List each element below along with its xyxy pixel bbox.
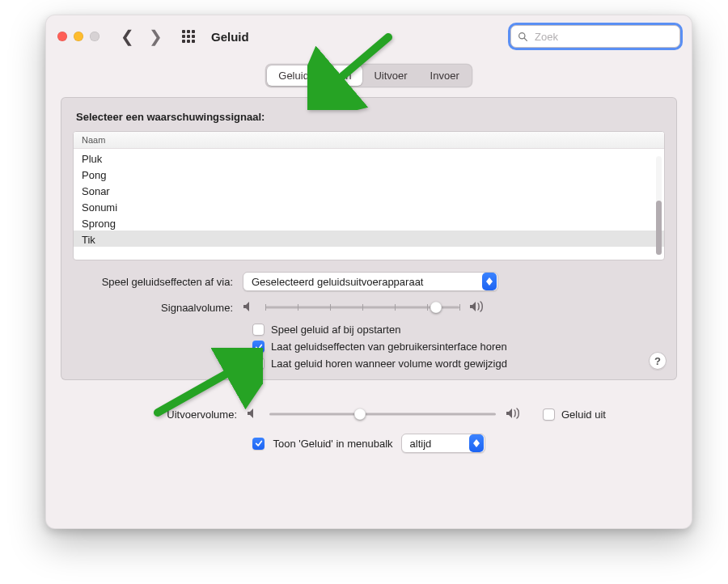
show-in-menubar-checkbox[interactable]	[252, 438, 265, 450]
svg-marker-5	[473, 443, 480, 447]
tabs-segmented: Geluidseffecten Uitvoer Invoer	[265, 64, 472, 87]
select-stepper-icon	[482, 273, 497, 290]
output-volume-label: Uitvoervolume:	[77, 408, 247, 421]
table-row[interactable]: Sonumi	[74, 198, 664, 214]
svg-marker-3	[486, 281, 493, 286]
column-header: Naam	[74, 132, 664, 149]
table-row[interactable]: Pluk	[74, 150, 664, 166]
show-in-menubar-label: Toon 'Geluid' in menubalk	[273, 438, 392, 450]
table-row[interactable]: Sonar	[74, 182, 664, 198]
slider-knob[interactable]	[354, 408, 366, 420]
speaker-high-icon	[506, 408, 522, 421]
speaker-low-icon	[247, 408, 260, 421]
table-body: Pluk Pong Sonar Sonumi Sprong Tik	[74, 150, 664, 260]
minimize-button[interactable]	[74, 32, 83, 41]
slider-knob[interactable]	[430, 302, 442, 313]
select-value: Geselecteerd geluidsuitvoerapparaat	[252, 276, 423, 288]
startup-sound-checkbox[interactable]	[252, 324, 265, 336]
checkbox-list: Speel geluid af bij opstarten Laat gelui…	[252, 324, 665, 370]
show-all-button[interactable]	[182, 30, 195, 43]
forward-button[interactable]: ❯	[149, 28, 163, 44]
play-via-label: Speel geluidseffecten af via:	[73, 276, 243, 288]
tabs-row: Geluidseffecten Uitvoer Invoer	[46, 57, 692, 97]
tab-input[interactable]: Invoer	[419, 66, 471, 86]
volume-feedback-checkbox[interactable]	[252, 358, 265, 370]
svg-line-1	[524, 38, 527, 40]
search-input[interactable]	[533, 30, 673, 44]
tab-sound-effects[interactable]: Geluidseffecten	[267, 66, 362, 86]
mute-checkbox[interactable]	[543, 408, 555, 421]
window-toolbar: ❮ ❯ Geluid	[46, 15, 692, 57]
speaker-low-icon	[243, 301, 256, 315]
sound-prefs-window: ❮ ❯ Geluid Geluidseffecten Uitvoer Invoe…	[45, 15, 692, 529]
startup-sound-label: Speel geluid af bij opstarten	[271, 324, 400, 336]
back-button[interactable]: ❮	[121, 28, 134, 44]
nav-buttons: ❮ ❯	[121, 28, 163, 44]
panel-title: Selecteer een waarschuwingssignaal:	[76, 111, 663, 123]
volume-feedback-label: Laat geluid horen wanneer volume wordt g…	[271, 358, 507, 370]
select-stepper-icon	[469, 434, 484, 452]
speaker-high-icon	[469, 301, 485, 315]
scrollbar[interactable]	[656, 156, 662, 255]
search-icon	[518, 32, 528, 42]
zoom-button[interactable]	[90, 32, 99, 41]
tab-output[interactable]: Uitvoer	[362, 66, 418, 86]
close-button[interactable]	[57, 32, 67, 41]
select-value: altijd	[410, 438, 432, 450]
scrollbar-thumb[interactable]	[656, 201, 662, 255]
table-row[interactable]: Pong	[74, 166, 664, 182]
menubar-mode-select[interactable]: altijd	[401, 434, 485, 453]
ui-sounds-label: Laat geluidseffecten van gebruikersinter…	[271, 341, 507, 353]
alert-sounds-table[interactable]: Naam Pluk Pong Sonar Sonumi Sprong Tik	[73, 131, 665, 260]
alert-volume-label: Signaalvolume:	[73, 302, 243, 314]
traffic-lights	[57, 32, 99, 41]
ui-sounds-checkbox[interactable]	[252, 341, 265, 353]
output-device-select[interactable]: Geselecteerd geluidsuitvoerapparaat	[243, 272, 498, 291]
svg-point-0	[519, 32, 525, 38]
window-title: Geluid	[211, 30, 249, 44]
bottom-area: Uitvoervolume: Geluid uit	[61, 393, 677, 453]
output-volume-slider[interactable]	[269, 406, 496, 422]
table-row[interactable]: Sprong	[74, 214, 664, 231]
alert-volume-slider[interactable]	[265, 299, 459, 315]
effects-panel: Selecteer een waarschuwingssignaal: Naam…	[61, 97, 677, 380]
table-row[interactable]: Tik	[74, 231, 664, 247]
help-button[interactable]: ?	[649, 352, 667, 370]
search-field[interactable]	[510, 25, 680, 48]
mute-label: Geluid uit	[561, 408, 606, 421]
